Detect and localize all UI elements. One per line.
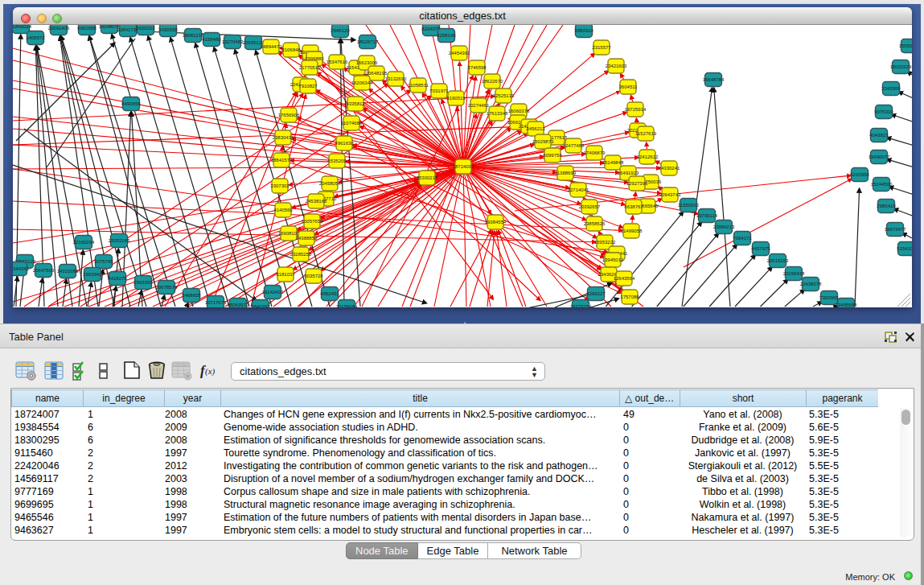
svg-text:15031529: 15031529: [890, 64, 912, 69]
svg-text:17656906: 17656906: [278, 113, 300, 117]
svg-text:24454361: 24454361: [449, 51, 470, 56]
svg-text:2983419: 2983419: [877, 204, 896, 208]
svg-text:6638767: 6638767: [624, 204, 643, 209]
svg-text:22053165: 22053165: [109, 238, 130, 243]
svg-text:10717675: 10717675: [205, 300, 227, 305]
svg-text:18622670: 18622670: [482, 79, 503, 84]
svg-text:7910827: 7910827: [298, 84, 318, 89]
svg-text:7064171: 7064171: [733, 236, 752, 241]
svg-text:13132690: 13132690: [385, 76, 407, 81]
svg-text:24388850: 24388850: [296, 236, 318, 241]
svg-text:20691406: 20691406: [48, 26, 70, 31]
svg-text:8418275: 8418275: [108, 276, 127, 281]
svg-text:19384554: 19384554: [485, 220, 507, 225]
svg-text:11388699: 11388699: [555, 171, 577, 175]
svg-text:6099754: 6099754: [543, 153, 562, 158]
svg-text:7031971: 7031971: [429, 89, 449, 93]
svg-text:19799114: 19799114: [696, 213, 718, 218]
svg-text:25300215: 25300215: [417, 175, 438, 180]
svg-text:18026717: 18026717: [357, 39, 379, 44]
svg-text:15953222: 15953222: [594, 240, 616, 245]
svg-text:4140560: 4140560: [273, 208, 293, 212]
svg-text:23884213: 23884213: [713, 225, 735, 229]
svg-text:18981216: 18981216: [183, 33, 204, 38]
svg-text:15149848: 15149848: [602, 160, 624, 165]
svg-text:16623006: 16623006: [356, 60, 378, 65]
svg-text:12412612: 12412612: [637, 154, 659, 159]
svg-text:15063972: 15063972: [228, 303, 249, 307]
svg-text:11527619: 11527619: [635, 131, 657, 136]
svg-text:20392657: 20392657: [579, 204, 601, 209]
svg-text:13945012: 13945012: [602, 257, 624, 262]
svg-text:3883910: 3883910: [574, 28, 593, 33]
svg-text:3604511: 3604511: [619, 84, 639, 89]
svg-text:8490656: 8490656: [121, 101, 141, 106]
svg-text:13270483: 13270483: [222, 39, 244, 44]
svg-text:23858526: 23858526: [584, 221, 606, 226]
svg-text:20458054: 20458054: [319, 181, 341, 186]
svg-text:3181037: 3181037: [276, 272, 295, 277]
svg-text:16491923: 16491923: [618, 171, 639, 175]
svg-text:4961630: 4961630: [335, 141, 354, 146]
svg-text:12477488: 12477488: [563, 143, 585, 148]
svg-text:12643564: 12643564: [614, 276, 635, 281]
svg-text:12927396: 12927396: [626, 181, 648, 186]
svg-text:15244500: 15244500: [871, 182, 893, 187]
svg-text:22438378: 22438378: [800, 282, 822, 286]
svg-text:19379254: 19379254: [570, 304, 592, 308]
svg-text:11866024: 11866024: [13, 25, 32, 29]
svg-text:4269227: 4269227: [586, 291, 606, 296]
svg-text:23421603: 23421603: [606, 64, 627, 68]
svg-text:20166438: 20166438: [783, 271, 805, 276]
svg-text:2315577: 2315577: [592, 45, 611, 50]
svg-text:17613348: 17613348: [487, 111, 508, 116]
svg-text:4043823: 4043823: [869, 133, 889, 138]
svg-text:6061658: 6061658: [77, 26, 97, 31]
svg-text:3106848: 3106848: [281, 47, 301, 52]
svg-text:4952451: 4952451: [320, 291, 339, 296]
svg-text:16206344: 16206344: [351, 80, 373, 85]
svg-text:5840397: 5840397: [251, 304, 270, 308]
svg-text:11074688: 11074688: [341, 121, 363, 126]
svg-text:11058511: 11058511: [408, 83, 429, 88]
svg-text:(x): (x): [205, 366, 216, 377]
svg-text:16060376: 16060376: [508, 109, 530, 113]
svg-text:18724007: 18724007: [453, 164, 474, 169]
svg-text:20943743: 20943743: [659, 192, 681, 197]
svg-text:15029873: 15029873: [532, 139, 554, 144]
svg-text:23830434: 23830434: [273, 135, 294, 140]
svg-text:15347616: 15347616: [326, 60, 348, 64]
svg-text:3075745: 3075745: [94, 259, 113, 264]
svg-text:5154104: 5154104: [897, 246, 912, 251]
svg-text:4457975: 4457975: [751, 246, 770, 251]
svg-text:18841570: 18841570: [271, 158, 293, 163]
svg-text:9190519: 9190519: [446, 96, 466, 101]
svg-text:24538166: 24538166: [306, 199, 327, 204]
svg-text:5468605: 5468605: [182, 293, 201, 298]
svg-text:1405572: 1405572: [26, 35, 45, 40]
svg-text:7303905: 7303905: [819, 295, 839, 300]
svg-text:3746598: 3746598: [467, 65, 487, 70]
svg-text:12525131: 12525131: [493, 93, 515, 98]
svg-text:2663941: 2663941: [83, 272, 102, 277]
svg-text:11350932: 11350932: [678, 203, 700, 208]
svg-text:4158480: 4158480: [202, 37, 221, 42]
svg-text:20156684: 20156684: [336, 304, 358, 308]
svg-text:16648784: 16648784: [703, 77, 725, 82]
svg-text:9335812: 9335812: [346, 101, 365, 106]
svg-text:22160294: 22160294: [73, 240, 95, 245]
svg-text:17406879: 17406879: [584, 150, 606, 155]
svg-text:19973477: 19973477: [885, 227, 906, 232]
svg-text:2258145: 2258145: [437, 33, 456, 38]
svg-text:13495588: 13495588: [836, 303, 857, 307]
svg-text:19678574: 19678574: [156, 285, 178, 290]
svg-text:21770515: 21770515: [299, 65, 321, 70]
svg-text:19490077: 19490077: [869, 154, 890, 159]
svg-text:21499058: 21499058: [621, 229, 643, 233]
svg-text:3456213: 3456213: [526, 126, 545, 131]
svg-text:3307301: 3307301: [270, 183, 290, 188]
svg-text:19142407: 19142407: [262, 290, 284, 295]
svg-text:20647509: 20647509: [33, 268, 55, 273]
svg-text:10057659: 10057659: [302, 219, 323, 224]
svg-text:19725914: 19725914: [625, 107, 647, 112]
